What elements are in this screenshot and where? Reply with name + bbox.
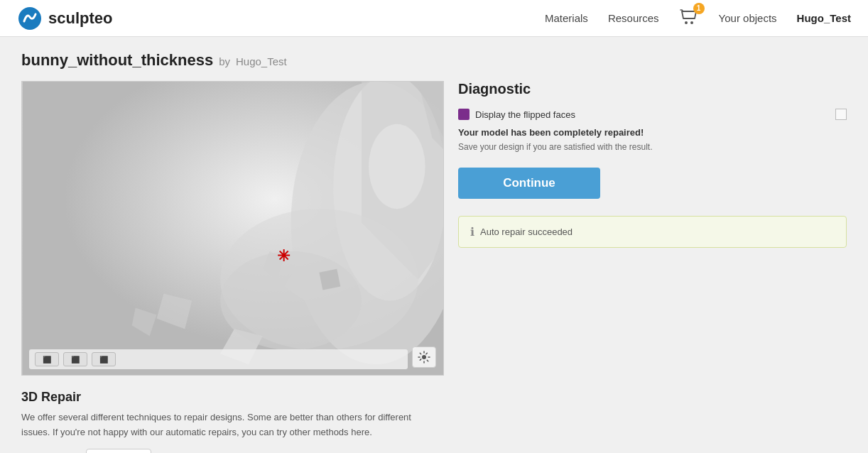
svg-marker-15 xyxy=(319,269,340,290)
cart-button[interactable]: 1 xyxy=(679,7,699,30)
nav-materials[interactable]: Materials xyxy=(545,12,588,24)
sculpteo-logo-icon xyxy=(17,6,43,31)
notification-box: ℹ Auto repair succeeded xyxy=(458,216,847,248)
svg-point-14 xyxy=(220,251,362,350)
viewer-panel: ✳ ⬛ ⬛ ⬛ 3D Repair We offer several diff xyxy=(21,81,444,453)
flipped-faces-label: Display the flipped faces xyxy=(475,109,575,120)
header: sculpteo Materials Resources 1 Your obje… xyxy=(0,0,868,37)
diagnostic-title: Diagnostic xyxy=(458,81,847,97)
flipped-faces-row: Display the flipped faces xyxy=(458,109,847,120)
user-name[interactable]: Hugo_Test xyxy=(797,12,851,24)
viewer-bottom-bar: ⬛ ⬛ ⬛ xyxy=(29,349,408,369)
viewer-btn-3[interactable]: ⬛ xyxy=(92,352,116,366)
repair-type-row: Repair type: Automatic ▾ xyxy=(21,449,444,453)
flipped-faces-checkbox[interactable] xyxy=(835,109,847,120)
svg-point-1 xyxy=(685,21,688,24)
repair-type-select[interactable]: Automatic ▾ xyxy=(86,449,151,453)
page-author: Hugo_Test xyxy=(236,55,287,67)
viewer-btn-2[interactable]: ⬛ xyxy=(63,352,87,366)
continue-button[interactable]: Continue xyxy=(458,168,600,199)
bottom-section: 3D Repair We offer several different tec… xyxy=(21,390,444,453)
3d-model-svg xyxy=(22,82,443,375)
notification-text: Auto repair succeeded xyxy=(480,226,573,237)
svg-point-17 xyxy=(422,355,426,359)
viewer-toolbar[interactable] xyxy=(412,346,436,368)
repair-title: 3D Repair xyxy=(21,390,444,405)
content-area: ✳ ⬛ ⬛ ⬛ 3D Repair We offer several diff xyxy=(21,81,847,453)
by-label: by xyxy=(219,55,230,67)
svg-point-2 xyxy=(690,21,693,24)
cart-badge: 1 xyxy=(693,3,705,14)
flipped-faces-color xyxy=(458,109,470,120)
logo[interactable]: sculpteo xyxy=(17,6,112,31)
repaired-msg: Your model has been completely repaired! xyxy=(458,127,847,138)
svg-point-16 xyxy=(369,124,425,209)
3d-viewer[interactable]: ✳ ⬛ ⬛ ⬛ xyxy=(21,81,444,376)
repaired-sub: Save your design if you are satisfied wi… xyxy=(458,141,847,153)
logo-text: sculpteo xyxy=(48,9,112,28)
info-icon: ℹ xyxy=(470,225,474,239)
diagnostic-panel: Diagnostic Display the flipped faces You… xyxy=(458,81,847,453)
main-content: bunny_without_thickness by Hugo_Test xyxy=(0,37,868,453)
nav-your-objects[interactable]: Your objects xyxy=(719,12,777,24)
viewer-btn-1[interactable]: ⬛ xyxy=(35,352,59,366)
page-title-row: bunny_without_thickness by Hugo_Test xyxy=(21,51,847,70)
settings-icon xyxy=(417,350,431,364)
nav-resources[interactable]: Resources xyxy=(608,12,659,24)
cursor-marker: ✳ xyxy=(277,249,290,264)
repair-description: We offer several different techniques to… xyxy=(21,410,433,440)
header-nav: Materials Resources 1 Your objects Hugo_… xyxy=(545,7,851,30)
page-title: bunny_without_thickness xyxy=(21,51,213,70)
